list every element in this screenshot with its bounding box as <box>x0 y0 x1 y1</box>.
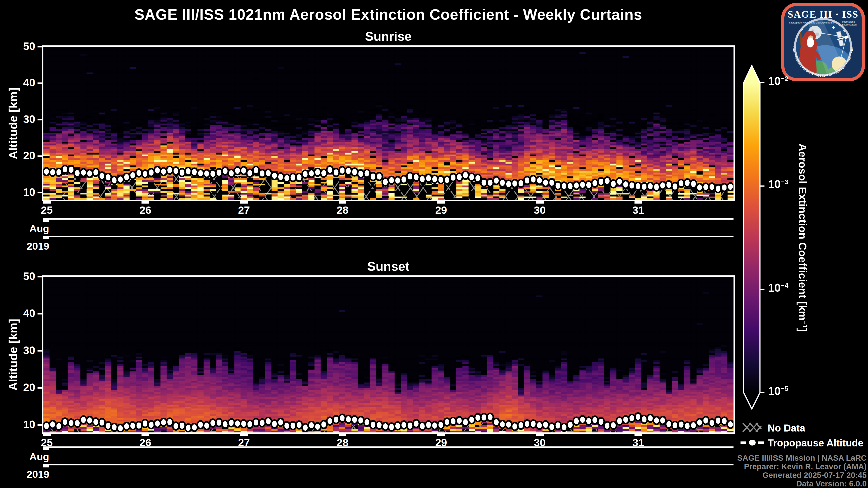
attribution-line: Data Version: 6.0.0 <box>542 480 867 488</box>
axis-tick-label: 28 <box>329 204 356 216</box>
axis-tick-mark <box>43 201 51 203</box>
colorbar-ticks <box>760 83 765 393</box>
axis-tick-mark <box>37 276 42 278</box>
axis-tick-label: 40 <box>6 76 35 89</box>
axis-tick-label: 27 <box>230 436 257 449</box>
axis-tick-label: 20 <box>6 381 35 394</box>
axis-tick-label: 20 <box>6 149 35 162</box>
sunrise-plot-area <box>42 45 735 201</box>
year-axis-tick-sunset <box>43 464 49 467</box>
year-label-sunset: 2019 <box>27 468 117 480</box>
axis-tick-mark <box>37 313 42 315</box>
month-label-sunrise: Aug <box>29 223 120 234</box>
axis-tick-mark <box>142 201 149 203</box>
axis-tick-mark <box>437 433 445 436</box>
axis-tick-label: 29 <box>428 436 455 449</box>
tropopause-line-icon <box>741 437 764 448</box>
axis-tick-label: 31 <box>625 436 652 449</box>
logo-title: SAGE III · ISS <box>788 9 859 20</box>
logo-wizard-beard <box>807 37 814 47</box>
colorbar-tick-label: 10−5 <box>768 385 788 398</box>
axis-tick-mark <box>536 201 544 203</box>
axis-tick-label: 25 <box>33 436 60 449</box>
sunrise-heatmap-canvas <box>43 47 734 200</box>
axis-tick-mark <box>339 201 346 203</box>
axis-tick-label: 25 <box>33 204 60 216</box>
axis-tick-label: 26 <box>132 436 159 449</box>
axis-tick-label: 26 <box>132 204 159 216</box>
colorbar-axis-label: Aerosol Extinction Coefficient [km−1] <box>796 68 809 407</box>
month-axis-line-sunrise <box>44 218 734 220</box>
legend-no-data-label: No Data <box>768 422 805 434</box>
axis-tick-label: 30 <box>526 204 553 216</box>
attribution-line: Preparer: Kevin R. Leavor (AMA) <box>542 462 867 471</box>
sunset-plot-area <box>42 275 735 434</box>
axis-tick-mark <box>536 433 544 436</box>
axis-tick-label: 50 <box>6 270 35 283</box>
axis-tick-label: 28 <box>329 436 356 449</box>
axis-tick-label: 29 <box>428 204 455 216</box>
year-label-sunrise: 2019 <box>27 240 117 252</box>
figure-root: SAGE III/ISS 1021nm Aerosol Extinction C… <box>0 0 868 488</box>
month-label-sunset: Aug <box>29 451 120 463</box>
logo-subtitle-left: Stratospheric Aerosol and Gas Experiment… <box>789 22 834 24</box>
axis-tick-mark <box>37 192 42 193</box>
axis-tick-label: 27 <box>230 204 257 216</box>
axis-tick-label: 30 <box>526 436 553 449</box>
sunset-heatmap-canvas <box>43 277 734 432</box>
attribution-line: Generated 2025-07-17 20:45 <box>542 471 867 480</box>
axis-tick-mark <box>43 433 51 436</box>
axis-tick-mark <box>37 156 42 157</box>
axis-tick-mark <box>37 387 42 389</box>
axis-tick-mark <box>240 433 248 436</box>
axis-tick-label: 30 <box>6 113 35 125</box>
logo-subtitle-right2: Space Station <box>842 23 857 26</box>
colorbar-tick-label: 10−2 <box>768 74 788 88</box>
attribution-block: SAGE III/ISS Mission | NASA LaRC Prepare… <box>542 454 867 488</box>
colorbar-gradient-arrow <box>744 66 760 409</box>
colorbar-tick-label: 10−3 <box>768 178 788 191</box>
no-data-hatch-icon <box>742 421 762 434</box>
colorbar-tick-label: 10−4 <box>768 281 788 294</box>
axis-tick-mark <box>37 424 42 426</box>
logo-subtitle-right1: International <box>842 20 855 23</box>
attribution-line: SAGE III/ISS Mission | NASA LaRC <box>542 454 867 462</box>
legend-tropopause-label: Tropopause Altitude <box>768 437 864 449</box>
colorbar <box>733 63 800 416</box>
panel-title-sunrise: Sunrise <box>68 29 709 43</box>
axis-tick-label: 50 <box>6 40 35 53</box>
axis-tick-label: 10 <box>6 418 35 431</box>
axis-tick-mark <box>339 433 346 436</box>
year-axis-line-sunrise <box>44 236 734 237</box>
panel-title-sunset: Sunset <box>68 259 709 273</box>
year-axis-tick-sunrise <box>43 236 49 239</box>
axis-tick-mark <box>437 201 445 203</box>
axis-tick-label: 40 <box>6 307 35 320</box>
axis-tick-mark <box>37 350 42 352</box>
month-axis-tick-sunrise <box>43 218 49 222</box>
axis-tick-label: 30 <box>6 344 35 357</box>
axis-tick-mark <box>37 46 42 47</box>
axis-tick-mark <box>142 433 149 436</box>
axis-tick-mark <box>240 201 248 203</box>
axis-tick-label: 31 <box>625 204 652 216</box>
axis-tick-mark <box>634 433 642 436</box>
axis-tick-mark <box>634 201 642 203</box>
page-title: SAGE III/ISS 1021nm Aerosol Extinction C… <box>68 6 709 23</box>
axis-tick-label: 10 <box>6 186 35 198</box>
axis-tick-mark <box>37 83 42 84</box>
axis-tick-mark <box>37 119 42 121</box>
